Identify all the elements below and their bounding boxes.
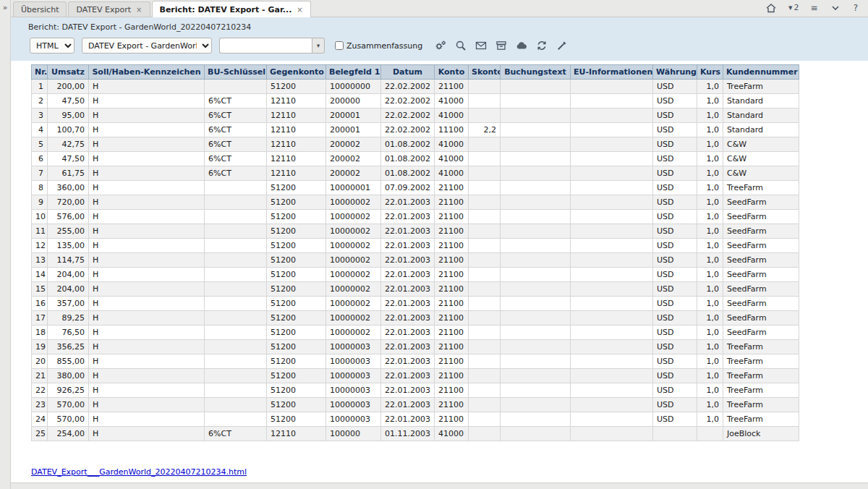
table-cell	[501, 195, 571, 210]
table-cell: 17	[32, 311, 48, 326]
table-cell: 21100	[435, 297, 469, 311]
table-row[interactable]: 1200,00H512001000000022.02.200221100USD1…	[32, 80, 799, 94]
combo-dropdown-button[interactable]: ▾	[312, 38, 325, 54]
table-row[interactable]: 1789,25H512001000000222.01.200321100USD1…	[32, 311, 799, 326]
open-windows-dropdown[interactable]: ▾2	[788, 3, 799, 12]
table-cell: 51200	[267, 239, 326, 253]
table-cell: 21100	[435, 311, 469, 326]
menu-icon[interactable]: ≡	[811, 3, 818, 13]
table-cell	[205, 340, 267, 354]
table-cell	[571, 166, 653, 181]
table-row[interactable]: 19356,25H512001000000322.01.200321100USD…	[32, 340, 799, 354]
table-cell: 22.01.2003	[381, 282, 435, 297]
application-window: » Übersicht DATEV Export × Bericht: DATE…	[0, 0, 868, 489]
find-combobox: ▾	[219, 38, 325, 54]
find-combobox-input[interactable]	[219, 38, 312, 54]
column-header-bu-schl-ssel: BU-Schlüssel	[205, 65, 267, 80]
table-row[interactable]: 11255,00H512001000000222.01.200321100USD…	[32, 224, 799, 239]
table-row[interactable]: 761,75H6%CT1211020000201.08.200241000USD…	[32, 166, 799, 181]
table-row[interactable]: 9720,00H512001000000222.01.200321100USD1…	[32, 195, 799, 210]
table-row[interactable]: 16357,00H512001000000222.01.200321100USD…	[32, 297, 799, 311]
table-cell: 10000002	[326, 311, 381, 326]
table-row[interactable]: 1876,50H512001000000222.01.200321100USD1…	[32, 326, 799, 340]
summary-checkbox[interactable]	[335, 41, 344, 50]
tab-datev-export[interactable]: DATEV Export ×	[68, 1, 150, 17]
table-cell	[501, 239, 571, 253]
table-row[interactable]: 4100,70H6%CT1211020000122.02.2002111002,…	[32, 123, 799, 137]
table-cell	[501, 427, 571, 441]
report-select[interactable]: DATEV Export - GardenWorld	[82, 38, 212, 54]
table-row[interactable]: 542,75H6%CT1211020000201.08.200241000USD…	[32, 137, 799, 152]
table-cell	[205, 326, 267, 340]
tab-bericht-datev-export[interactable]: Bericht: DATEV Export - Gar... ×	[152, 1, 311, 17]
table-row[interactable]: 247,50H6%CT1211020000022.02.200241000USD…	[32, 94, 799, 109]
table-cell	[571, 210, 653, 224]
table-row[interactable]: 647,50H6%CT1211020000201.08.200241000USD…	[32, 152, 799, 166]
table-cell: 1,0	[697, 297, 723, 311]
table-row[interactable]: 24570,00H512001000000322.01.200321100USD…	[32, 412, 799, 427]
table-row[interactable]: 25254,00H6%CT1211010000001.11.200341000J…	[32, 427, 799, 441]
table-cell: H	[89, 297, 205, 311]
report-file-link[interactable]: DATEV_Export___GardenWorld_2022040721023…	[31, 467, 247, 477]
table-row[interactable]: 10576,00H512001000000222.01.200321100USD…	[32, 210, 799, 224]
format-select[interactable]: HTML	[30, 38, 75, 54]
mail-icon[interactable]	[475, 40, 487, 52]
table-row[interactable]: 14204,00H512001000000222.01.200321100USD…	[32, 268, 799, 282]
zoom-icon[interactable]	[454, 40, 467, 52]
chevron-down-icon[interactable]	[830, 1, 842, 14]
table-cell	[469, 326, 501, 340]
table-cell: 51200	[267, 253, 326, 268]
table-row[interactable]: 15204,00H512001000000222.01.200321100USD…	[32, 282, 799, 297]
close-tab-icon[interactable]: ×	[297, 6, 302, 14]
refresh-icon[interactable]	[535, 40, 548, 52]
close-tab-icon[interactable]: ×	[136, 6, 142, 14]
column-header-soll-haben-kennzeichen: Soll/Haben-Kennzeichen	[89, 65, 205, 80]
table-row[interactable]: 395,00H6%CT1211020000122.02.200241000USD…	[32, 109, 799, 123]
table-cell: 51200	[267, 195, 326, 210]
table-cell: 1,0	[697, 224, 723, 239]
table-row[interactable]: 21380,00H512001000000322.01.200321100USD…	[32, 369, 799, 383]
table-cell	[571, 80, 653, 94]
table-cell: 1,0	[697, 268, 723, 282]
table-cell: 356,25	[48, 340, 89, 354]
table-row[interactable]: 20855,00H512001000000322.01.200321100USD…	[32, 354, 799, 369]
table-cell: 6%CT	[205, 152, 267, 166]
table-cell: 51200	[267, 369, 326, 383]
table-cell	[501, 253, 571, 268]
archive-icon[interactable]	[495, 40, 507, 52]
table-cell: 5	[32, 137, 48, 152]
table-cell	[501, 181, 571, 195]
table-cell: 22.01.2003	[381, 311, 435, 326]
table-cell	[571, 412, 653, 427]
table-cell: 10000002	[326, 253, 381, 268]
tab-label: Bericht: DATEV Export - Gar...	[160, 5, 292, 14]
table-cell: 51200	[267, 80, 326, 94]
expand-panel-icon[interactable]: »	[3, 3, 8, 12]
table-row[interactable]: 23570,00H512001000000322.01.200321100USD…	[32, 398, 799, 412]
table-cell: 720,00	[48, 195, 89, 210]
collapsed-menu-panel[interactable]: »	[0, 0, 11, 489]
table-cell: TreeFarm	[723, 80, 799, 94]
column-header-umsatz: Umsatz	[48, 65, 89, 80]
wand-icon[interactable]	[556, 40, 568, 52]
table-cell: 1,0	[697, 123, 723, 137]
table-cell	[501, 94, 571, 109]
home-icon[interactable]	[765, 1, 777, 14]
table-cell: 1,0	[697, 398, 723, 412]
settings-gears-icon[interactable]	[434, 40, 446, 52]
help-icon[interactable]: ?	[854, 3, 858, 13]
cloud-export-icon[interactable]	[515, 40, 527, 52]
table-cell: 21100	[435, 80, 469, 94]
table-row[interactable]: 13114,75H512001000000222.01.200321100USD…	[32, 253, 799, 268]
table-cell: H	[89, 94, 205, 109]
table-cell: 6%CT	[205, 427, 267, 441]
table-row[interactable]: 12135,00H512001000000222.01.200321100USD…	[32, 239, 799, 253]
table-cell: H	[89, 268, 205, 282]
summary-checkbox-field[interactable]: Zusammenfassung	[335, 41, 422, 51]
tab-uebersicht[interactable]: Übersicht	[13, 1, 67, 17]
table-row[interactable]: 8360,00H512001000000107.09.200221100USD1…	[32, 181, 799, 195]
table-cell: USD	[653, 109, 697, 123]
table-cell: H	[89, 354, 205, 369]
table-cell: 10000002	[326, 326, 381, 340]
table-row[interactable]: 22926,25H512001000000322.01.200321100USD…	[32, 383, 799, 398]
